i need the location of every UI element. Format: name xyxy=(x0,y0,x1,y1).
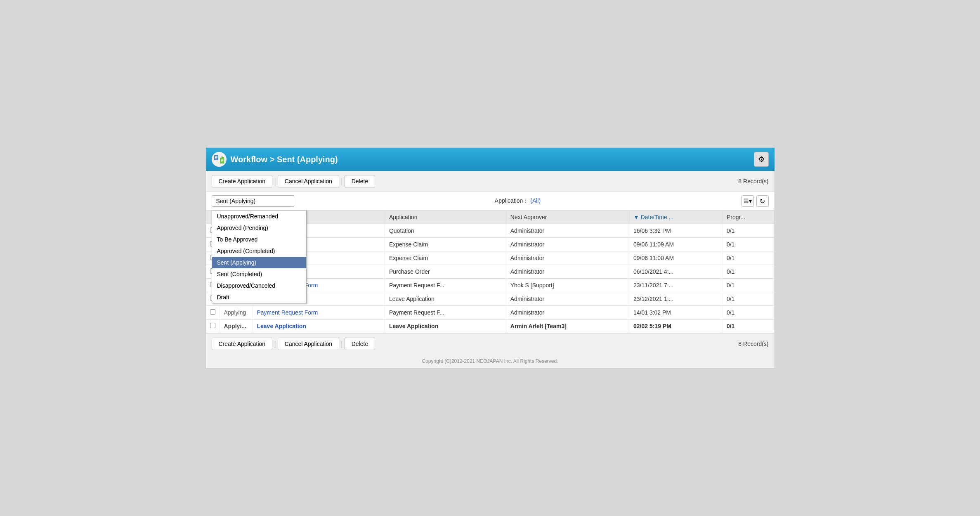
filter-menu-button[interactable]: ☰▾ xyxy=(741,195,754,207)
page-header: Workflow > Sent (Applying) ⚙ xyxy=(206,148,775,171)
row-next-approver: Administrator xyxy=(506,306,629,320)
copyright: Copyright (C)2012-2021 NEOJAPAN Inc. All… xyxy=(206,354,775,368)
workflow-label: Workflow xyxy=(231,155,268,164)
sep3: | xyxy=(274,340,276,348)
row-progress: 0/1 xyxy=(722,306,774,320)
bottom-toolbar: Create Application | Cancel Application … xyxy=(206,333,775,354)
record-count-bottom: 8 Record(s) xyxy=(738,341,768,347)
row-datetime: 14/01 3:02 PM xyxy=(629,306,722,320)
row-application: Expense Claim xyxy=(385,251,506,265)
dropdown-item-approved-pending[interactable]: Approved (Pending) xyxy=(212,222,306,234)
row-checkbox[interactable] xyxy=(206,306,220,320)
table-row: Applyi...Leave ApplicationLeave Applicat… xyxy=(206,320,775,333)
workflow-icon xyxy=(212,152,227,167)
table-row: ApplyingPayment Request FormPayment Requ… xyxy=(206,306,775,320)
status-dropdown-menu[interactable]: Unapproved/Remanded Approved (Pending) T… xyxy=(212,210,307,303)
row-progress: 0/1 xyxy=(722,251,774,265)
row-status: Applyi... xyxy=(220,320,253,333)
row-progress: 0/1 xyxy=(722,320,774,333)
row-next-approver: Administrator xyxy=(506,224,629,238)
row-next-approver: Administrator xyxy=(506,251,629,265)
row-datetime: 23/11/2021 7:... xyxy=(629,279,722,292)
row-progress: 0/1 xyxy=(722,238,774,251)
row-next-approver: Administrator xyxy=(506,292,629,306)
reload-button[interactable]: ↻ xyxy=(756,195,769,207)
row-next-approver: Administrator xyxy=(506,238,629,251)
create-application-button-bottom[interactable]: Create Application xyxy=(212,338,273,350)
row-datetime: 23/12/2021 1:... xyxy=(629,292,722,306)
row-progress: 0/1 xyxy=(722,279,774,292)
filter-right-buttons: ☰▾ ↻ xyxy=(741,195,769,207)
sep4: | xyxy=(341,340,343,348)
row-application: Payment Request F... xyxy=(385,306,506,320)
row-title[interactable]: Payment Request Form xyxy=(253,306,385,320)
svg-rect-8 xyxy=(221,160,223,161)
status-dropdown[interactable]: Sent (Applying) xyxy=(212,195,294,207)
application-filter: Application： (All) xyxy=(298,197,737,205)
row-datetime: 02/02 5:19 PM xyxy=(629,320,722,333)
settings-button[interactable]: ⚙ xyxy=(754,152,769,167)
header-title: Workflow > Sent (Applying) xyxy=(231,155,338,164)
col-application[interactable]: Application xyxy=(385,211,506,224)
row-application: Payment Request F... xyxy=(385,279,506,292)
row-application: Purchase Order xyxy=(385,265,506,279)
svg-rect-3 xyxy=(215,157,217,158)
row-status: Applying xyxy=(220,306,253,320)
status-dropdown-wrapper[interactable]: Sent (Applying) Unapproved/Remanded Appr… xyxy=(212,195,294,207)
page-label: Sent (Applying) xyxy=(277,155,338,164)
row-datetime: 09/06 11:09 AM xyxy=(629,238,722,251)
row-datetime: 16/06 3:32 PM xyxy=(629,224,722,238)
sep1: | xyxy=(274,177,276,186)
row-application: Quotation xyxy=(385,224,506,238)
record-count-top: 8 Record(s) xyxy=(738,178,768,185)
row-checkbox[interactable] xyxy=(206,320,220,333)
dropdown-item-unapproved[interactable]: Unapproved/Remanded xyxy=(212,211,306,222)
cancel-application-button-bottom[interactable]: Cancel Application xyxy=(278,338,339,350)
toolbar-buttons: Create Application | Cancel Application … xyxy=(212,175,375,187)
row-title[interactable]: Leave Application xyxy=(253,320,385,333)
application-all-link[interactable]: (All) xyxy=(530,197,541,204)
header-left: Workflow > Sent (Applying) xyxy=(212,152,338,167)
svg-point-0 xyxy=(212,152,227,167)
dropdown-item-sent-completed[interactable]: Sent (Completed) xyxy=(212,268,306,280)
delete-button-bottom[interactable]: Delete xyxy=(345,338,375,350)
svg-rect-2 xyxy=(215,156,217,157)
svg-rect-4 xyxy=(215,159,217,159)
create-application-button-top[interactable]: Create Application xyxy=(212,175,273,187)
col-datetime[interactable]: ▼ Date/Time ... xyxy=(629,211,722,224)
row-datetime: 06/10/2021 4:... xyxy=(629,265,722,279)
row-progress: 0/1 xyxy=(722,224,774,238)
top-toolbar: Create Application | Cancel Application … xyxy=(206,171,775,192)
row-next-approver: Armin Arlelt [Team3] xyxy=(506,320,629,333)
dropdown-item-sent-applying[interactable]: Sent (Applying) xyxy=(212,257,306,268)
row-application: Leave Application xyxy=(385,292,506,306)
row-application: Expense Claim xyxy=(385,238,506,251)
dropdown-item-approved-completed[interactable]: Approved (Completed) xyxy=(212,245,306,257)
filter-bar: Sent (Applying) Unapproved/Remanded Appr… xyxy=(206,192,775,211)
col-next-approver[interactable]: Next Approver xyxy=(506,211,629,224)
col-progress[interactable]: Progr... xyxy=(722,211,774,224)
row-next-approver: Administrator xyxy=(506,265,629,279)
row-application: Leave Application xyxy=(385,320,506,333)
cancel-application-button-top[interactable]: Cancel Application xyxy=(278,175,339,187)
header-separator: > xyxy=(267,155,277,164)
dropdown-item-disapproved[interactable]: Disapproved/Canceled xyxy=(212,280,306,291)
application-label: Application： xyxy=(495,197,529,204)
row-datetime: 09/06 11:00 AM xyxy=(629,251,722,265)
delete-button-top[interactable]: Delete xyxy=(345,175,375,187)
dropdown-item-draft[interactable]: Draft xyxy=(212,291,306,303)
row-progress: 0/1 xyxy=(722,292,774,306)
row-progress: 0/1 xyxy=(722,265,774,279)
dropdown-item-to-be-approved[interactable]: To Be Approved xyxy=(212,234,306,245)
svg-rect-9 xyxy=(221,161,222,162)
row-next-approver: Yhok S [Support] xyxy=(506,279,629,292)
svg-rect-7 xyxy=(221,159,223,160)
footer-buttons: Create Application | Cancel Application … xyxy=(212,338,375,350)
sep2: | xyxy=(341,177,343,186)
